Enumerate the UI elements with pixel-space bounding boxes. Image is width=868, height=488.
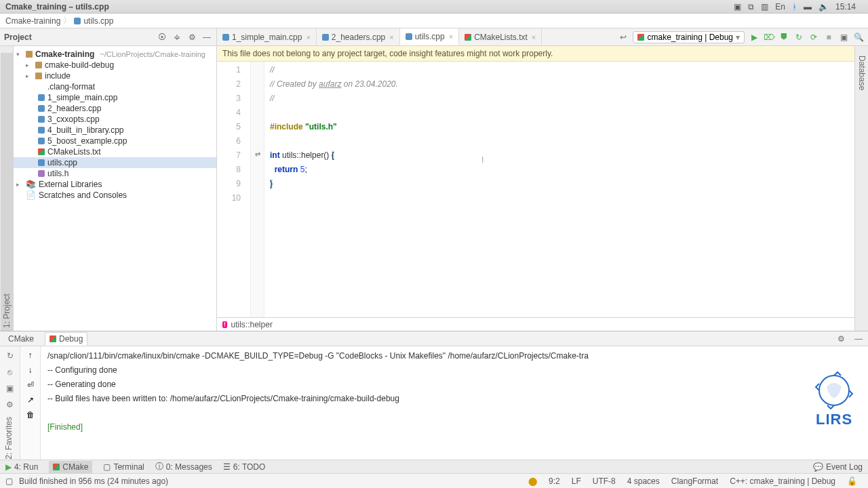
wrap-icon[interactable]: ⏎ [27,380,34,390]
up-icon[interactable]: ↑ [28,350,33,360]
tree-folder-include[interactable]: ▸include [14,70,216,81]
hide-icon[interactable]: — [201,32,212,43]
tree-file-4-builtin[interactable]: 4_built_in_library.cpp [14,125,216,136]
stop-icon[interactable]: ■ [823,32,834,43]
profile-icon[interactable]: ↻ [793,32,804,43]
chart-icon[interactable]: ▥ [761,2,768,12]
tree-root[interactable]: ▾ Cmake-training ~/CLionProjects/Cmake-t… [14,49,216,60]
breadcrumb-file[interactable]: utils.cpp [83,16,113,26]
close-icon[interactable]: × [389,33,393,41]
cursor-position[interactable]: 9:2 [542,476,566,486]
toolbar: Project ⦿ ≑ ⚙ — 1_simple_main.cpp× 2_hea… [0,28,868,46]
tool-window-terminal[interactable]: ▢Terminal [103,462,144,472]
debug-icon[interactable]: ⌦ [764,32,774,43]
gear-icon[interactable]: ⚙ [835,333,846,344]
battery-icon[interactable]: ▬ [804,2,812,12]
cmake-file-icon [38,148,45,155]
attach-icon[interactable]: ⟳ [808,32,819,43]
tab-utils-cpp[interactable]: utils.cpp× [400,28,459,45]
bottom-tab-debug[interactable]: Debug [45,332,87,346]
hide-panel-icon[interactable]: — [853,333,864,344]
status-indicator-icon[interactable]: ▢ [5,476,13,486]
tree-scratches[interactable]: 📄Scratches and Consoles [14,190,216,201]
tree-file-utils-h[interactable]: utils.h [14,168,216,179]
scratch-icon: 📄 [26,190,36,200]
close-icon[interactable]: × [532,33,536,41]
info-icon: ⓘ [155,461,163,472]
cmake-icon [637,34,644,41]
breadcrumb-bar: Cmake-training 〉 utils.cpp [0,14,868,28]
expand-icon[interactable]: ▸ [16,181,23,188]
formatter[interactable]: ClangFormat [665,476,724,486]
tab-cmakelists[interactable]: CMakeLists.txt× [459,28,542,45]
tree-file-1-simple-main[interactable]: 1_simple_main.cpp [14,92,216,103]
layout-icon[interactable]: ▣ [838,32,849,43]
tool-window-todo[interactable]: ☰6: TODO [223,462,266,472]
tool-window-event-log[interactable]: 💬Event Log [813,462,863,472]
code-content[interactable]: // // Created by aufarz on 23.04.2020. /… [264,62,854,317]
expand-icon[interactable]: ▾ [16,51,23,58]
clear-icon[interactable]: 🗑 [26,410,35,420]
tree-file-clang-format[interactable]: .clang-format [14,81,216,92]
project-tree: ▾ Cmake-training ~/CLionProjects/Cmake-t… [14,46,217,331]
expand-icon[interactable]: ▸ [26,62,33,68]
lock-icon[interactable]: 🔓 [841,476,863,486]
run-config-selector[interactable]: cmake_training | Debug ▾ [633,31,745,43]
build-status: Build finished in 956 ms (24 minutes ago… [13,476,174,486]
todo-icon: ☰ [223,462,231,472]
context[interactable]: C++: cmake_training | Debug [724,476,841,486]
camera-icon[interactable]: ▣ [734,2,741,12]
search-icon[interactable]: 🔍 [853,32,864,43]
volume-icon[interactable]: 🔈 [818,2,829,12]
gear-icon[interactable]: ⚙ [186,32,197,43]
coverage-icon[interactable]: ⛊ [778,32,789,43]
bluetooth-icon[interactable]: ᚼ [792,2,797,12]
tab-2-headers[interactable]: 2_headers.cpp× [317,28,400,45]
tool-window-run[interactable]: ▶4: Run [5,462,38,472]
line-ending[interactable]: LF [566,476,587,486]
tree-file-3-cxxopts[interactable]: 3_cxxopts.cpp [14,114,216,125]
back-icon[interactable]: ↩ [618,32,629,43]
run-cmake-icon[interactable]: ▣ [5,383,16,394]
lang-indicator[interactable]: En [775,2,785,12]
tree-file-cmakelists[interactable]: CMakeLists.txt [14,146,216,157]
tool-window-cmake[interactable]: CMake [49,461,92,473]
cmake-output[interactable]: /snap/clion/111/bin/cmake/linux/bin/cmak… [41,346,868,460]
h-file-icon [38,170,45,177]
file-encoding[interactable]: UTF-8 [587,476,621,486]
reload-icon[interactable]: ↻ [5,350,16,361]
run-icon[interactable]: ▶ [749,32,760,43]
export-icon[interactable]: ↗ [27,395,34,405]
tree-external-libs[interactable]: ▸📚External Libraries [14,179,216,190]
code-editor[interactable]: 12345678910 ⇄ // // Created by aufarz on… [217,62,854,317]
library-icon: 📚 [26,180,36,189]
link-icon[interactable]: ⎋ [5,367,16,378]
settings-icon[interactable]: ⚙ [5,399,16,410]
project-panel-title[interactable]: Project [4,33,32,42]
tab-1-simple-main[interactable]: 1_simple_main.cpp× [217,28,317,45]
sidebar-tab-project[interactable]: 1: Project [1,53,13,331]
indent-setting[interactable]: 4 spaces [621,476,665,486]
cpp-file-icon [38,138,45,144]
bottom-tab-cmake[interactable]: CMake [4,333,38,345]
tree-file-2-headers[interactable]: 2_headers.cpp [14,103,216,114]
breadcrumb-project[interactable]: Cmake-training [5,16,60,26]
close-icon[interactable]: × [306,33,310,41]
lirs-logo: LIRS [814,370,854,426]
line-number-gutter: 12345678910 [217,62,251,317]
close-icon[interactable]: × [449,33,453,41]
tool-window-messages[interactable]: ⓘ0: Messages [155,461,212,472]
sidebar-tab-database[interactable]: Database [856,53,868,331]
collapse-icon[interactable]: ≑ [172,32,182,43]
tree-file-5-boost[interactable]: 5_boost_example.cpp [14,136,216,146]
breadcrumb-separator-icon: 〉 [63,15,71,26]
teams-icon[interactable]: ⧉ [748,2,754,12]
down-icon[interactable]: ↓ [28,365,33,375]
tree-file-utils-cpp[interactable]: utils.cpp [14,157,216,168]
expand-icon[interactable]: ▸ [26,73,33,79]
notifications-icon[interactable]: ⬤ [522,476,542,486]
implements-icon[interactable]: ⇄ [251,147,264,161]
sidebar-tab-favorites[interactable]: 2: Favorites [0,417,14,460]
tree-folder-cmake-build-debug[interactable]: ▸cmake-build-debug [14,60,216,70]
target-icon[interactable]: ⦿ [157,32,167,43]
